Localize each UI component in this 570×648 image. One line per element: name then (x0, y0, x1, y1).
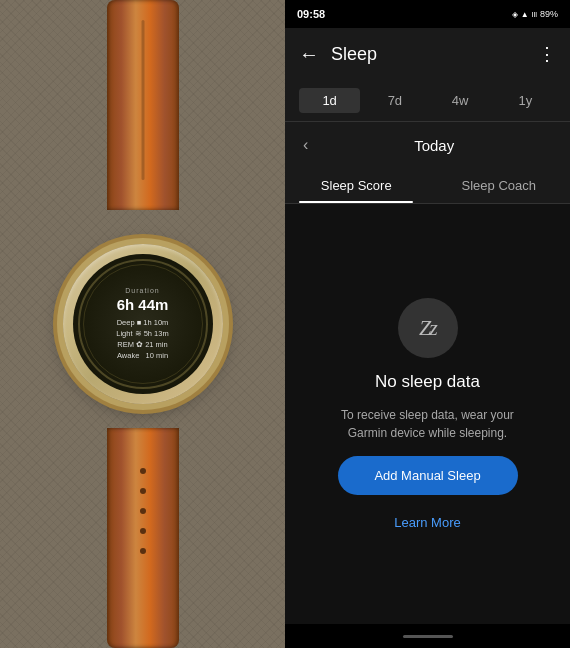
bottom-bar (285, 624, 570, 648)
watch-strap-top (107, 0, 179, 210)
battery-indicator: 89% (540, 9, 558, 19)
watch-stat-light: Light ≋ 5h 13m (116, 328, 168, 339)
status-time: 09:58 (297, 8, 325, 20)
network-icon: lll (532, 10, 537, 19)
watch-duration-value: 6h 44m (116, 296, 168, 313)
sub-tabs: Sleep Score Sleep Coach (285, 168, 570, 204)
fabric-background: Duration 6h 44m Deep ■ 1h 10m Light ≋ 5h… (0, 0, 285, 648)
tab-7d[interactable]: 7d (364, 88, 425, 113)
back-button[interactable]: ← (299, 44, 319, 64)
no-data-description: To receive sleep data, wear your Garmin … (328, 406, 528, 442)
learn-more-link[interactable]: Learn More (394, 515, 460, 530)
tab-1d[interactable]: 1d (299, 88, 360, 113)
add-manual-sleep-button[interactable]: Add Manual Sleep (338, 456, 518, 495)
current-date-label: Today (312, 137, 556, 154)
sleep-zz-icon: Zz (419, 315, 436, 341)
watch-stat-deep: Deep ■ 1h 10m (116, 317, 168, 328)
watch-body: Duration 6h 44m Deep ■ 1h 10m Light ≋ 5h… (63, 244, 223, 404)
status-icons: ◈ ▲ lll 89% (512, 9, 558, 19)
time-range-tabs: 1d 7d 4w 1y (285, 80, 570, 122)
watch-duration-label: Duration (116, 287, 168, 294)
app-header: ← Sleep ⋮ (285, 28, 570, 80)
main-content: Zz No sleep data To receive sleep data, … (285, 204, 570, 624)
tab-sleep-coach[interactable]: Sleep Coach (428, 168, 571, 203)
tab-sleep-score[interactable]: Sleep Score (285, 168, 428, 203)
date-navigation: ‹ Today (285, 122, 570, 168)
no-data-title: No sleep data (375, 372, 480, 392)
watch-stat-awake: Awake 10 min (116, 350, 168, 361)
prev-date-button[interactable]: ‹ (299, 132, 312, 158)
status-bar: 09:58 ◈ ▲ lll 89% (285, 0, 570, 28)
watch-display: Duration 6h 44m Deep ■ 1h 10m Light ≋ 5h… (116, 287, 168, 362)
watch-stat-rem: REM ✿ 21 min (116, 339, 168, 350)
watch-face: Duration 6h 44m Deep ■ 1h 10m Light ≋ 5h… (73, 254, 213, 394)
watch-photo-panel: Duration 6h 44m Deep ■ 1h 10m Light ≋ 5h… (0, 0, 285, 648)
watch-strap-bottom (107, 428, 179, 648)
home-indicator (403, 635, 453, 638)
tab-4w[interactable]: 4w (430, 88, 491, 113)
tab-1y[interactable]: 1y (495, 88, 556, 113)
app-panel: 09:58 ◈ ▲ lll 89% ← Sleep ⋮ 1d 7d 4w 1y … (285, 0, 570, 648)
more-options-button[interactable]: ⋮ (538, 43, 556, 65)
sleep-icon-container: Zz (398, 298, 458, 358)
signal-icon: ◈ (512, 10, 518, 19)
page-title: Sleep (331, 44, 538, 65)
wifi-icon: ▲ (521, 10, 529, 19)
